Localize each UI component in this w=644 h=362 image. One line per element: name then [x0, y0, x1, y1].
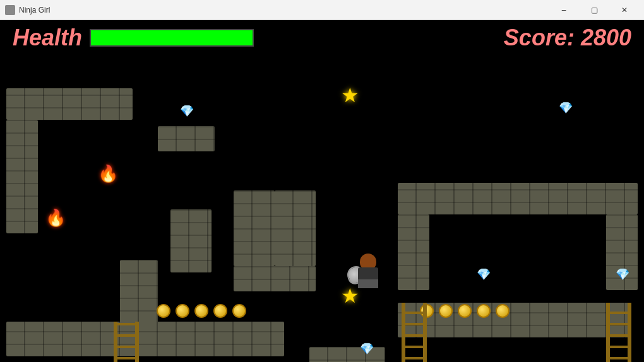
- health-container: Health: [13, 25, 254, 51]
- coin-c2: [176, 304, 189, 318]
- health-bar-bg: [90, 29, 254, 47]
- window-title: Ninja Girl: [19, 6, 549, 15]
- maximize-button[interactable]: ▢: [580, 0, 609, 20]
- health-label: Health: [13, 25, 82, 51]
- star-s1: ★: [341, 83, 359, 107]
- coin-c5: [232, 304, 246, 318]
- projectile-pr5: 💎: [360, 342, 374, 356]
- score-display: Score: 2800: [504, 25, 631, 51]
- platform-p1: [6, 88, 133, 120]
- projectile-pr2: 💎: [559, 101, 573, 115]
- close-button[interactable]: ✕: [610, 0, 639, 20]
- hud: Health Score: 2800: [0, 20, 644, 55]
- health-bar-fill: [91, 30, 253, 45]
- platform-p7: [234, 266, 316, 291]
- coin-c10: [496, 304, 510, 318]
- projectile-pr1: 💎: [180, 104, 194, 118]
- coin-c8: [458, 304, 472, 318]
- platform-p5: [234, 190, 275, 266]
- title-bar: Ninja Girl – ▢ ✕: [0, 0, 644, 20]
- projectile-pr3: 💎: [477, 267, 491, 281]
- platform-p4: [170, 209, 212, 272]
- fire-f2: 🔥: [45, 208, 66, 228]
- window: Ninja Girl – ▢ ✕ Health Score: 2800 ★★ 🔥…: [0, 0, 644, 362]
- app-icon: [5, 5, 15, 15]
- platform-p14: [309, 347, 385, 362]
- ladder-l2: [402, 303, 427, 362]
- platform-p12: [6, 322, 284, 356]
- ladder-l3: [606, 303, 631, 362]
- fire-f1: 🔥: [98, 164, 118, 184]
- coin-c1: [157, 304, 170, 318]
- platform-p9: [398, 214, 429, 290]
- game-area: Health Score: 2800 ★★ 🔥🔥 💎💎💎💎💎: [0, 20, 644, 362]
- coin-c3: [194, 304, 208, 318]
- ladder-l1: [114, 322, 139, 362]
- platform-p8: [398, 183, 638, 214]
- minimize-button[interactable]: –: [549, 0, 578, 20]
- coin-c7: [439, 304, 453, 318]
- player: [352, 254, 384, 288]
- window-controls: – ▢ ✕: [549, 0, 639, 20]
- platform-p3: [158, 126, 215, 151]
- platform-p2: [6, 120, 38, 233]
- player-body: [352, 254, 384, 288]
- coin-c4: [213, 304, 227, 318]
- projectile-pr4: 💎: [616, 267, 629, 281]
- coin-c9: [477, 304, 491, 318]
- player-legs: [358, 279, 378, 288]
- platform-p6: [275, 190, 316, 266]
